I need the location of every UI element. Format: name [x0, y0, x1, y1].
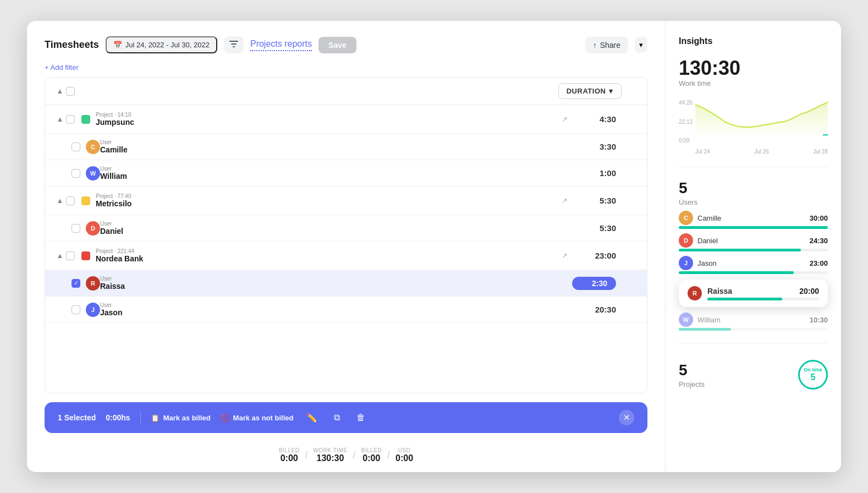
mark-billed-button[interactable]: 📋 Mark as billed [151, 414, 211, 422]
user-name: William [697, 316, 805, 324]
footer-stats: BILLED 0:00 / WORK TIME 130:30 / BILLED … [45, 442, 647, 472]
close-bar-button[interactable]: ✕ [619, 410, 634, 425]
billed2-value: 0:00 [362, 453, 380, 463]
tooltip-name: Raissa [707, 287, 795, 295]
section-divider [679, 343, 828, 343]
x-label-2: Jul 26 [754, 149, 769, 155]
project-color-dot [81, 251, 90, 260]
filter-icon [229, 40, 238, 50]
project-name: Metricsilo [96, 199, 562, 208]
insights-title: Insights [679, 36, 828, 46]
user-time: 30:00 [810, 214, 828, 222]
project-checkbox[interactable] [66, 115, 75, 124]
duration-col-label: DURATION [567, 87, 606, 95]
project-checkbox[interactable] [66, 196, 75, 205]
x-label-3: Jul 28 [813, 149, 828, 155]
sort-chevron-icon: ▾ [609, 87, 613, 95]
project-label: Project · 14:10 [96, 112, 562, 118]
user-info: User Daniel [100, 221, 572, 235]
usd-value: 0:00 [395, 453, 413, 463]
date-range-button[interactable]: 📅 Jul 24, 2022 - Jul 30, 2022 [106, 36, 217, 53]
user-duration: 3:30 [572, 142, 616, 151]
y-label-bot: 0:00 [679, 138, 693, 144]
users-section: 5 Users C Camille 30:00 D Daniel [679, 179, 828, 331]
user-row[interactable]: D User Daniel 5:30 [45, 215, 647, 242]
user-info: User William [100, 166, 572, 180]
share-button[interactable]: ↑ Share [585, 37, 628, 53]
expand-project-button[interactable]: ▲ [54, 196, 66, 205]
report-name[interactable]: Projects reports [250, 39, 312, 51]
user-duration: 20:30 [572, 305, 616, 314]
user-row[interactable]: C User Camille 3:30 [45, 134, 647, 160]
billed-icon: 📋 [151, 414, 160, 422]
project-name: Jumpsunc [96, 118, 562, 127]
project-duration: 5:30 [572, 196, 616, 205]
project-color-dot [81, 115, 90, 124]
project-name: Nordea Bank [96, 254, 562, 263]
external-link-icon[interactable]: ↗ [562, 115, 568, 123]
user-row[interactable]: J User Jason 20:30 [45, 297, 647, 323]
project-info: Project · 77:40 Metricsilo [96, 193, 562, 208]
chart-x-labels: Jul 24 Jul 26 Jul 28 [695, 149, 828, 155]
work-time-sublabel: Work time [679, 79, 828, 87]
project-row[interactable]: ▲ Project · 77:40 Metricsilo ↗ 5:30 [45, 187, 647, 215]
project-info: Project · 221:44 Nordea Bank [96, 248, 562, 263]
user-duration: 5:30 [572, 223, 616, 233]
add-filter-link[interactable]: + Add filter [45, 63, 647, 72]
project-checkbox[interactable] [66, 251, 75, 260]
table-header: ▲ DURATION ▾ [45, 78, 647, 105]
filter-button[interactable] [224, 36, 244, 53]
projects-section: 5 Projects On time 5 [679, 360, 828, 390]
work-time-chart: 44:26 22:13 0:00 Jul 24 [679, 100, 828, 155]
share-icon: ↑ [593, 41, 597, 50]
user-checkbox[interactable] [72, 169, 80, 178]
x-label-1: Jul 24 [695, 149, 710, 155]
mark-not-billed-button[interactable]: 🚫 Mark as not billed [221, 414, 294, 422]
billed-value: 0:00 [281, 453, 298, 463]
project-row[interactable]: ▲ Project · 221:44 Nordea Bank ↗ 23:00 [45, 242, 647, 270]
avatar: D [679, 233, 693, 248]
billed2-label: BILLED [361, 447, 382, 453]
user-row[interactable]: W User William 1:00 [45, 160, 647, 187]
timesheets-table: ▲ DURATION ▾ ▲ [45, 77, 647, 393]
calendar-icon: 📅 [113, 41, 122, 49]
bar-separator [140, 412, 141, 423]
save-button[interactable]: Save [318, 37, 356, 53]
chart-y-labels: 44:26 22:13 0:00 [679, 100, 693, 144]
external-link-icon[interactable]: ↗ [562, 251, 568, 260]
project-info: Project · 14:10 Jumpsunc [96, 112, 562, 127]
footer-separator: / [387, 450, 390, 461]
list-item: W William 10:30 [679, 313, 828, 331]
avatar: W [86, 166, 100, 180]
user-name: Jason [697, 259, 805, 267]
user-checkbox[interactable] [72, 143, 80, 151]
duration-sort-button[interactable]: DURATION ▾ [558, 83, 622, 99]
collapse-all-button[interactable]: ▲ [54, 87, 66, 95]
user-info: User Jason [100, 302, 572, 317]
user-checkbox[interactable] [72, 224, 80, 233]
selected-hours: 0:00hs [106, 413, 130, 422]
users-label: Users [679, 198, 828, 206]
raissa-tooltip-card: R Raissa 20:00 [679, 280, 828, 307]
expand-project-button[interactable]: ▲ [54, 251, 66, 260]
on-time-count: 5 [811, 373, 816, 382]
date-range-label: Jul 24, 2022 - Jul 30, 2022 [125, 41, 210, 49]
user-checkbox[interactable] [72, 279, 80, 288]
copy-button[interactable]: ⧉ [331, 412, 343, 424]
user-time: 23:00 [810, 259, 828, 267]
user-checkbox[interactable] [72, 305, 80, 314]
project-row[interactable]: ▲ Project · 14:10 Jumpsunc ↗ 4:30 [45, 105, 647, 134]
share-chevron-button[interactable]: ▾ [635, 37, 647, 53]
select-all-checkbox[interactable] [66, 87, 75, 96]
y-label-top: 44:26 [679, 100, 693, 106]
avatar: C [679, 211, 693, 225]
user-row-selected[interactable]: R User Raissa 2:30 [45, 270, 647, 297]
svg-rect-1 [231, 43, 237, 45]
avatar: C [86, 140, 100, 154]
delete-button[interactable]: 🗑 [353, 412, 369, 424]
user-bar [679, 271, 794, 274]
edit-button[interactable]: ✏️ [303, 412, 321, 424]
expand-project-button[interactable]: ▲ [54, 115, 66, 123]
external-link-icon[interactable]: ↗ [562, 196, 568, 205]
on-time-label: On time [804, 367, 822, 373]
